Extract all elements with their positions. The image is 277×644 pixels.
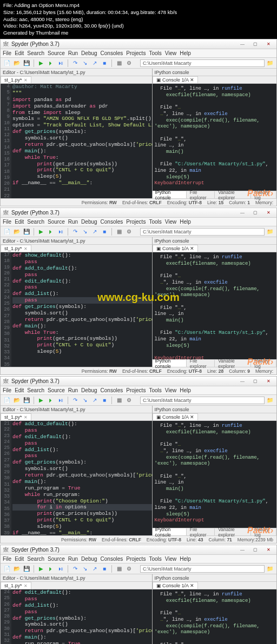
menu-item[interactable]: Consoles [101, 50, 123, 56]
code-line[interactable]: def add_to_default(): [12, 265, 152, 272]
pane-tab[interactable]: IPython console [153, 191, 187, 198]
step-over-icon[interactable]: ↷ [71, 59, 80, 68]
menu-item[interactable]: Consoles [101, 556, 123, 562]
stop-icon[interactable]: ■ [100, 565, 109, 573]
layout-icon[interactable]: ▦ [115, 565, 123, 573]
code-line[interactable]: run_program = True [12, 641, 152, 644]
code-line[interactable]: def main(): [12, 323, 152, 330]
editor-tab[interactable]: st_1.py* ✕ [1, 413, 31, 420]
step-into-icon[interactable]: ↘ [81, 565, 89, 573]
new-file-icon[interactable]: 📄 [3, 227, 11, 236]
menu-item[interactable]: Search [27, 387, 44, 393]
menu-item[interactable]: View [165, 387, 177, 393]
close-tab-icon[interactable]: ✕ [24, 246, 28, 251]
code-editor[interactable]: 2122232425262728293031323334353637383940… [1, 421, 152, 535]
stop-icon[interactable]: ■ [100, 59, 109, 68]
code-line[interactable]: def add_list(): [12, 602, 152, 609]
layout-icon[interactable]: ▦ [115, 227, 123, 236]
close-tab-icon[interactable]: ✕ [24, 78, 28, 83]
step-into-icon[interactable]: ↘ [81, 396, 89, 405]
pane-tab[interactable]: IPython console [153, 360, 187, 367]
working-dir[interactable]: C:\Users\Matt Macarty [140, 228, 265, 236]
working-dir[interactable]: C:\Users\Matt Macarty [140, 59, 265, 67]
menu-item[interactable]: Source [48, 50, 65, 56]
code-line[interactable]: pass [12, 596, 152, 602]
console-tab[interactable]: ▣ Console 1/A ✕ [153, 582, 199, 589]
working-dir[interactable]: C:\Users\Matt Macarty [140, 397, 265, 404]
run-icon[interactable]: ▶ [37, 565, 45, 573]
menu-item[interactable]: File [3, 219, 11, 225]
debug-icon[interactable]: ⏯ [56, 565, 65, 573]
code-line[interactable]: pass [12, 427, 152, 434]
menu-item[interactable]: Run [68, 50, 78, 56]
code-line[interactable]: def main(): [12, 479, 152, 485]
menu-item[interactable]: Run [68, 387, 78, 393]
menu-item[interactable]: Projects [126, 556, 146, 562]
menu-item[interactable]: Help [180, 50, 191, 56]
code-line[interactable]: pass [12, 453, 152, 459]
code-line[interactable]: symbols.sort() [12, 135, 152, 142]
code-line[interactable]: symbols.sort() [12, 310, 152, 317]
pane-tab[interactable]: Variable explorer [215, 360, 251, 367]
menu-item[interactable]: Tools [149, 387, 161, 393]
menu-item[interactable]: Tools [149, 556, 161, 562]
close-button[interactable]: ✕ [262, 378, 274, 385]
menu-item[interactable]: Tools [149, 50, 161, 56]
maximize-button[interactable]: ▢ [249, 546, 261, 554]
prefs-icon[interactable]: ⚙ [124, 565, 133, 573]
code-line[interactable]: import pandas as pd [12, 97, 152, 103]
save-icon[interactable]: 💾 [22, 565, 31, 573]
step-into-icon[interactable]: ↘ [81, 227, 89, 236]
code-line[interactable]: pass [12, 284, 152, 291]
code-line[interactable]: def get_prices(symbols): [12, 304, 152, 310]
code-line[interactable]: pass [12, 272, 152, 278]
code-line[interactable]: run_program = True [12, 485, 152, 492]
stop-icon[interactable]: ■ [100, 227, 109, 236]
editor-tab[interactable]: st_1.py* ✕ [1, 245, 31, 252]
code-line[interactable]: return pdr.get_quote_yahoo(symbols)['pri… [12, 317, 152, 323]
run-icon[interactable]: ▶ [37, 59, 45, 68]
layout-icon[interactable]: ▦ [115, 396, 123, 405]
code-line[interactable]: if __name__ == "__main__": [12, 180, 152, 186]
minimize-button[interactable]: — [236, 41, 248, 48]
save-icon[interactable]: 💾 [22, 227, 31, 236]
code-editor[interactable]: 4567891011121314151617181920212223242526… [1, 84, 152, 198]
console-output[interactable]: File "…", line …, in runfile execfile(fi… [153, 421, 277, 528]
code-line[interactable]: print("CNTL + C to quit") [12, 517, 152, 524]
code-line[interactable]: print(get_prices(symbols)) [12, 511, 152, 517]
close-button[interactable]: ✕ [262, 546, 274, 554]
maximize-button[interactable]: ▢ [249, 41, 261, 48]
step-out-icon[interactable]: ↗ [90, 565, 99, 573]
code-line[interactable]: if __name__ == "__main__": [12, 530, 152, 535]
code-line[interactable]: def get_prices(symbols): [12, 615, 152, 622]
code-line[interactable]: while run_program: [12, 492, 152, 498]
pane-tab[interactable]: History log [252, 528, 276, 535]
close-button[interactable]: ✕ [262, 41, 274, 48]
minimize-button[interactable]: — [236, 378, 248, 385]
menu-item[interactable]: Debug [81, 219, 97, 225]
debug-icon[interactable]: ⏯ [56, 59, 65, 68]
menu-item[interactable]: Tools [149, 219, 161, 225]
run-icon[interactable]: ▶ [37, 227, 45, 236]
menu-item[interactable]: Consoles [101, 387, 123, 393]
code-line[interactable]: def add_list(): [12, 291, 152, 297]
menu-item[interactable]: Edit [15, 556, 24, 562]
code-line[interactable]: print("CNTL + C to quit") [12, 342, 152, 348]
folder-up-icon[interactable]: 📁 [266, 59, 274, 68]
open-icon[interactable]: 📂 [12, 227, 21, 236]
pane-tab[interactable]: File explorer [187, 528, 215, 535]
menu-item[interactable]: Search [27, 50, 44, 56]
console-tab[interactable]: ▣ Console 1/A ✕ [153, 245, 199, 252]
step-over-icon[interactable]: ↷ [71, 396, 80, 405]
run-cell-icon[interactable]: ⏵ [47, 565, 55, 573]
code-line[interactable]: sleep(5) [12, 348, 152, 355]
code-line[interactable]: sleep(5) [12, 524, 152, 530]
new-file-icon[interactable]: 📄 [3, 565, 11, 573]
step-over-icon[interactable]: ↷ [71, 227, 80, 236]
code-line[interactable]: def add_list(): [12, 447, 152, 453]
code-line[interactable]: pass [12, 259, 152, 265]
run-icon[interactable]: ▶ [37, 396, 45, 405]
minimize-button[interactable]: — [236, 209, 248, 217]
menu-item[interactable]: Run [68, 219, 78, 225]
prefs-icon[interactable]: ⚙ [124, 396, 133, 405]
